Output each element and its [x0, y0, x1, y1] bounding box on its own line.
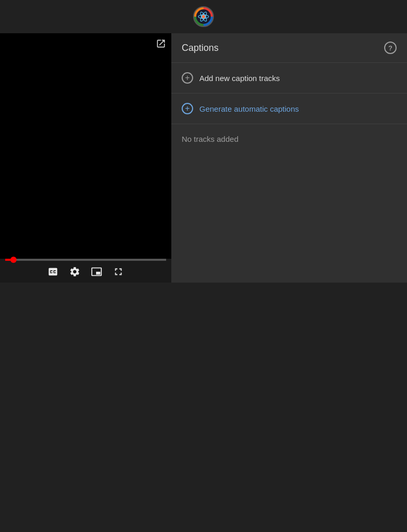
generate-captions-button[interactable]: + Generate automatic captions	[171, 94, 407, 124]
fullscreen-button[interactable]	[113, 266, 124, 277]
captions-panel: Captions ? + Add new caption tracks + Ge…	[171, 33, 407, 283]
video-area	[0, 33, 171, 259]
video-panel	[0, 33, 171, 283]
cc-button[interactable]	[47, 266, 59, 277]
controls-row	[5, 266, 166, 277]
add-caption-label: Add new caption tracks	[199, 74, 280, 83]
progress-bar[interactable]	[5, 259, 166, 261]
captions-header: Captions ?	[171, 33, 407, 63]
external-link-icon[interactable]	[156, 38, 166, 51]
bottom-spacer	[0, 283, 407, 532]
miniplayer-button[interactable]	[91, 266, 102, 277]
add-caption-button[interactable]: + Add new caption tracks	[171, 63, 407, 94]
add-caption-plus-icon: +	[182, 72, 193, 84]
no-tracks-label: No tracks added	[182, 135, 238, 143]
no-tracks-area: No tracks added	[171, 124, 407, 154]
captions-title: Captions	[182, 43, 219, 54]
settings-button[interactable]	[69, 266, 80, 277]
avatar[interactable]	[193, 6, 214, 27]
main-content: Captions ? + Add new caption tracks + Ge…	[0, 33, 407, 283]
top-bar	[0, 0, 407, 33]
help-icon[interactable]: ?	[384, 42, 397, 54]
avatar-inner	[196, 9, 211, 24]
generate-caption-plus-icon: +	[182, 103, 193, 114]
progress-thumb	[10, 257, 17, 263]
video-controls	[0, 259, 171, 283]
generate-caption-label: Generate automatic captions	[199, 104, 299, 113]
